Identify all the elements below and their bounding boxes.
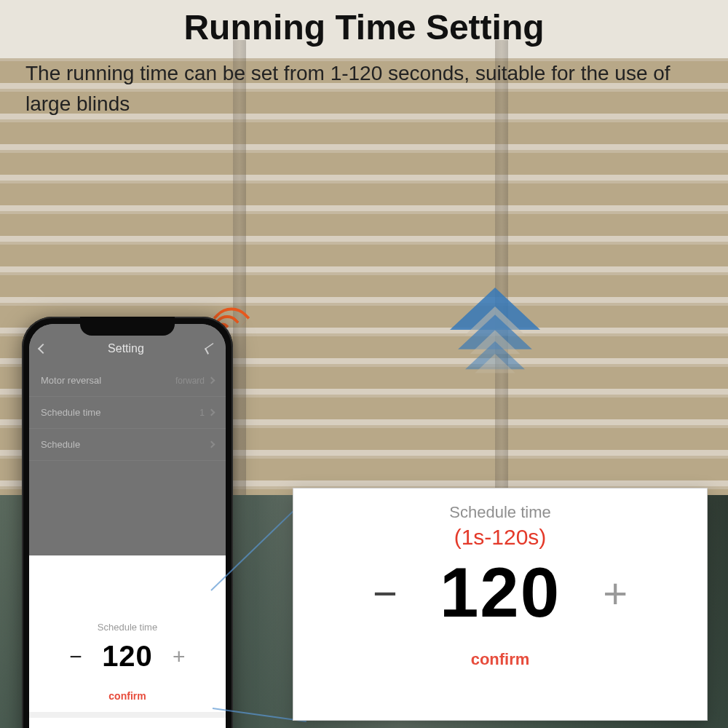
schedule-time-value: 120 bbox=[102, 640, 153, 673]
schedule-time-sheet: Schedule time − 120 + confirm Cancel bbox=[29, 612, 226, 728]
zoom-title: Schedule time bbox=[308, 503, 692, 522]
zoom-confirm-button[interactable]: confirm bbox=[308, 650, 692, 669]
edit-icon[interactable] bbox=[205, 343, 216, 355]
phone-notch bbox=[80, 317, 175, 336]
blinds-up-arrow-icon bbox=[444, 288, 546, 376]
settings-row-motor-reversal[interactable]: Motor reversal forward bbox=[29, 365, 226, 397]
zoom-increment-button[interactable]: + bbox=[590, 569, 641, 617]
increment-button[interactable]: + bbox=[166, 644, 192, 669]
settings-row-label: Schedule time bbox=[41, 407, 100, 418]
schedule-time-stepper: − 120 + bbox=[29, 640, 226, 673]
settings-row-value: forward bbox=[175, 376, 205, 386]
page-title: Running Time Setting bbox=[0, 7, 728, 47]
cancel-button[interactable]: Cancel bbox=[29, 712, 226, 728]
page-subtitle: The running time can be set from 1-120 s… bbox=[25, 58, 703, 119]
chevron-right-icon bbox=[208, 377, 215, 384]
settings-row-value: 1 bbox=[199, 408, 205, 418]
phone-screen: Setting Motor reversal forward Schedule … bbox=[29, 324, 226, 728]
settings-row-schedule[interactable]: Schedule bbox=[29, 429, 226, 461]
zoom-range-label: (1s-120s) bbox=[308, 525, 692, 550]
settings-row-label: Motor reversal bbox=[41, 375, 101, 386]
schedule-time-zoom-panel: Schedule time (1s-120s) − 120 + confirm bbox=[293, 488, 708, 721]
confirm-button[interactable]: confirm bbox=[29, 690, 226, 702]
decrement-button[interactable]: − bbox=[63, 644, 89, 669]
zoom-stepper: − 120 + bbox=[308, 553, 692, 633]
zoom-value: 120 bbox=[440, 553, 561, 633]
back-icon[interactable] bbox=[38, 344, 48, 354]
chevron-right-icon bbox=[208, 409, 215, 416]
settings-row-label: Schedule bbox=[41, 439, 80, 450]
app-title: Setting bbox=[108, 342, 144, 355]
phone-mockup: Setting Motor reversal forward Schedule … bbox=[22, 317, 233, 728]
sheet-title: Schedule time bbox=[29, 622, 226, 633]
settings-row-schedule-time[interactable]: Schedule time 1 bbox=[29, 397, 226, 429]
zoom-decrement-button[interactable]: − bbox=[360, 569, 411, 617]
chevron-right-icon bbox=[208, 441, 215, 448]
